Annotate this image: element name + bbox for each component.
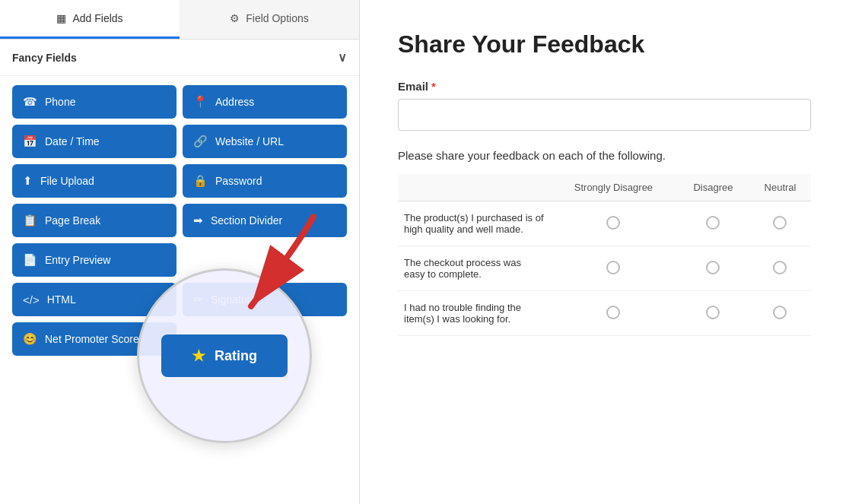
required-star: * [431, 80, 436, 93]
row2-disagree [677, 246, 749, 291]
upload-icon: ⬆ [23, 174, 33, 188]
radio-button[interactable] [606, 306, 620, 319]
rating-label: Rating [215, 348, 257, 364]
phone-button[interactable]: ☎ Phone [12, 85, 176, 119]
table-row: The product(s) I purchased is of high qu… [398, 201, 811, 246]
section-divider-icon: ➡ [193, 214, 203, 227]
radio-button[interactable] [773, 306, 787, 319]
left-panel: ▦ Add Fields ⚙ Field Options Fancy Field… [0, 0, 360, 504]
row3-neutral [749, 291, 811, 336]
address-icon: 📍 [193, 95, 208, 109]
fancy-fields-header: Fancy Fields ∨ [0, 40, 359, 76]
page-break-icon: 📋 [23, 214, 37, 227]
radio-button[interactable] [606, 261, 620, 274]
form-card: Share Your Feedback Email * Please share… [360, 0, 849, 504]
table-header-row: Strongly Disagree Disagree Neutral [398, 174, 811, 201]
radio-button[interactable] [773, 216, 787, 230]
net-promoter-score-label: Net Promoter Score [45, 333, 139, 345]
radio-button[interactable] [773, 261, 787, 274]
radio-button[interactable] [706, 216, 720, 230]
html-icon: </> [23, 293, 40, 306]
chevron-down-icon[interactable]: ∨ [338, 50, 347, 65]
row3-strongly-disagree [550, 291, 677, 336]
entry-preview-icon: 📄 [23, 253, 37, 267]
right-panel: Share Your Feedback Email * Please share… [360, 0, 849, 504]
password-button[interactable]: 🔒 Password [183, 164, 347, 198]
row2-neutral [749, 246, 811, 291]
date-time-button[interactable]: 📅 Date / Time [12, 125, 176, 158]
html-label: HTML [47, 293, 76, 306]
form-title: Share Your Feedback [398, 30, 811, 59]
row1-disagree [677, 201, 749, 246]
page-break-button[interactable]: 📋 Page Break [12, 204, 176, 237]
address-label: Address [215, 96, 254, 108]
phone-label: Phone [45, 96, 75, 108]
row1-neutral [749, 201, 811, 246]
tabs-bar: ▦ Add Fields ⚙ Field Options [0, 0, 359, 40]
website-url-label: Website / URL [215, 135, 284, 147]
phone-icon: ☎ [23, 95, 37, 109]
page-break-label: Page Break [45, 214, 100, 227]
row1-strongly-disagree [550, 201, 677, 246]
row3-statement: I had no trouble finding the item(s) I w… [398, 291, 550, 336]
table-row: The checkout process was easy to complet… [398, 246, 811, 291]
section-divider-button[interactable]: ➡ Section Divider [183, 204, 347, 237]
row1-statement: The product(s) I purchased is of high qu… [398, 201, 550, 246]
table-row: I had no trouble finding the item(s) I w… [398, 291, 811, 336]
entry-preview-label: Entry Preview [45, 254, 110, 266]
tab-field-options-label: Field Options [246, 12, 308, 24]
date-time-label: Date / Time [45, 135, 100, 147]
rating-overlay: ★ Rating [137, 268, 312, 443]
row3-disagree [677, 291, 749, 336]
feedback-description: Please share your feedback on each of th… [398, 149, 811, 162]
radio-button[interactable] [606, 216, 620, 230]
row2-strongly-disagree [550, 246, 677, 291]
address-button[interactable]: 📍 Address [183, 85, 347, 119]
email-input[interactable] [398, 99, 811, 131]
lock-icon: 🔒 [193, 174, 208, 188]
sliders-icon: ⚙ [230, 12, 240, 24]
radio-button[interactable] [706, 306, 720, 319]
star-icon: ★ [192, 347, 205, 365]
col-header-strongly-disagree: Strongly Disagree [550, 174, 677, 201]
password-label: Password [215, 175, 262, 187]
tab-add-fields-label: Add Fields [72, 12, 122, 24]
tab-field-options[interactable]: ⚙ Field Options [180, 0, 359, 39]
website-url-button[interactable]: 🔗 Website / URL [183, 125, 347, 158]
fancy-fields-label: Fancy Fields [12, 52, 77, 64]
nps-icon: 😊 [23, 332, 37, 346]
radio-button[interactable] [706, 261, 720, 274]
calendar-icon: 📅 [23, 135, 37, 148]
section-divider-label: Section Divider [211, 214, 282, 227]
feedback-table: Strongly Disagree Disagree Neutral The p… [398, 174, 811, 336]
file-upload-label: File Upload [40, 175, 94, 187]
col-header-neutral: Neutral [749, 174, 811, 201]
row2-statement: The checkout process was easy to complet… [398, 246, 550, 291]
file-upload-button[interactable]: ⬆ File Upload [12, 164, 176, 198]
col-header-statement [398, 174, 550, 201]
email-label: Email * [398, 80, 811, 93]
col-header-disagree: Disagree [677, 174, 749, 201]
rating-button[interactable]: ★ Rating [161, 334, 288, 377]
grid-icon: ▦ [56, 12, 66, 24]
tab-add-fields[interactable]: ▦ Add Fields [0, 0, 180, 39]
link-icon: 🔗 [193, 135, 208, 148]
rating-circle: ★ Rating [137, 268, 312, 443]
